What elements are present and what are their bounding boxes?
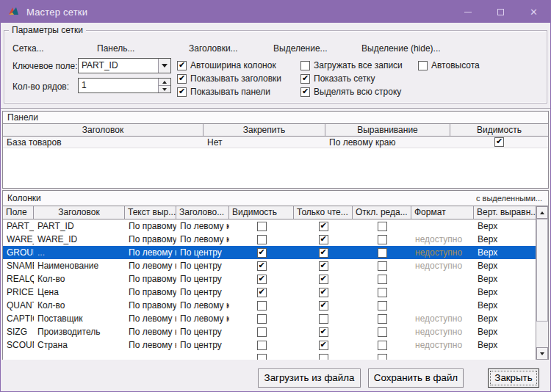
disable-edit-checkbox[interactable] [378,235,387,244]
panels-header-align[interactable]: Выравнивание [325,124,450,136]
visibility-checkbox[interactable] [257,248,267,258]
checkbox-show-panels[interactable]: Показывать панели [177,87,270,97]
readonly-checkbox[interactable] [319,341,328,350]
col-header-disable-edit[interactable]: Откл. реда... [353,206,411,219]
visibility-checkbox[interactable] [257,288,267,297]
checkbox-box[interactable] [418,61,428,70]
table-row[interactable]: WARE_ID WARE_ID По правому к По левому к… [3,233,537,246]
checkbox-box[interactable] [300,74,310,84]
checkbox-load-all-records[interactable]: Загружать все записи [300,60,403,70]
readonly-checkbox[interactable] [319,288,328,297]
with-selected-link[interactable]: с выделенными... [476,194,542,203]
link-selection-hide[interactable]: Выделение (hide)... [361,43,441,54]
visibility-checkbox[interactable] [257,261,267,271]
key-field-combobox[interactable]: PART_ID [78,58,171,73]
disable-edit-checkbox[interactable] [378,288,387,297]
readonly-checkbox[interactable] [319,275,328,284]
save-to-file-button[interactable]: Сохранить в файл [368,369,464,388]
checkbox-auto-height[interactable]: Автовысота [418,60,480,70]
visibility-checkbox[interactable] [257,327,267,337]
disable-edit-checkbox[interactable] [378,314,387,324]
table-row[interactable]: CAPTION Поставщик По левому кр По левому… [3,312,537,325]
scroll-up-button[interactable] [536,206,548,219]
readonly-checkbox[interactable] [319,301,328,311]
maximize-button[interactable] [484,1,517,23]
col-header-field[interactable]: Поле [3,206,34,219]
readonly-checkbox[interactable] [319,354,328,360]
panel-pin: Нет [204,137,325,148]
table-row[interactable]: SCOUNTRY Страна По левому кр По центру н… [3,338,537,352]
col-header-caption[interactable]: Заголовок [34,206,125,219]
dialog-content: Параметры сетки Сетка... Панель... Загол… [1,23,550,392]
disable-edit-checkbox[interactable] [378,222,387,231]
checkbox-box[interactable] [177,74,187,84]
col-header-readonly[interactable]: Только чте... [294,206,353,219]
col-header-vert-align[interactable]: Верт. выравн... [474,206,537,219]
checkbox-highlight-full-row[interactable]: Выделять всю строку [300,87,401,97]
disable-edit-checkbox[interactable] [378,248,387,258]
vertical-scrollbar[interactable] [536,206,548,360]
visibility-checkbox[interactable] [257,275,267,284]
readonly-checkbox[interactable] [319,248,328,258]
scroll-down-button[interactable] [536,347,548,360]
panels-header-caption[interactable]: Заголовок [3,124,204,136]
col-header-format[interactable]: Формат [411,206,474,219]
link-panel[interactable]: Панель... [97,43,134,54]
checkbox-auto-col-width[interactable]: Автоширина колонок [177,60,276,70]
visibility-checkbox[interactable] [257,235,267,244]
disable-edit-checkbox[interactable] [378,341,387,350]
row-count-stepper[interactable]: 1 [78,78,171,93]
visibility-checkbox[interactable] [257,314,267,324]
disable-edit-checkbox[interactable] [378,327,387,337]
table-row-selected[interactable]: GROUPS ... По левому кр По центру недост… [3,246,537,259]
arrow-up-icon [540,211,544,214]
panels-header-pin[interactable]: Закрепить [204,124,325,136]
panel-visibility-checkbox[interactable] [494,137,504,147]
link-headers[interactable]: Заголовки... [189,43,238,54]
panels-table-row[interactable]: База товаров Нет По левому краю [3,137,548,148]
col-header-text-align[interactable]: Текст выр... [125,206,176,219]
disable-edit-checkbox[interactable] [378,301,387,311]
load-from-file-button[interactable]: Загрузить из файла [258,369,361,388]
link-grid[interactable]: Сетка... [12,43,44,54]
close-button[interactable]: ✕ [517,1,550,23]
table-row[interactable]: PRICE Цена По правому к По центру Верх [3,286,537,299]
checkbox-show-grid[interactable]: Показать сетку [300,73,375,84]
table-row-partial[interactable] [3,352,537,360]
visibility-checkbox[interactable] [257,354,267,360]
readonly-checkbox[interactable] [319,261,328,271]
checkbox-show-headers[interactable]: Показывать заголовки [177,73,281,84]
readonly-checkbox[interactable] [319,222,328,231]
table-row[interactable]: REALQUAN Кол-во По правому к По центру В… [3,272,537,286]
scrollbar-thumb[interactable] [536,219,548,322]
panel-caption: База товаров [3,137,204,148]
row-count-label: Кол-во рядов: [12,81,69,92]
col-header-visibility[interactable]: Видимость [229,206,294,219]
checkbox-box[interactable] [300,87,310,97]
checkbox-box[interactable] [300,61,310,70]
disable-edit-checkbox[interactable] [378,354,387,360]
spin-down-button[interactable] [159,85,170,92]
disable-edit-checkbox[interactable] [378,261,387,271]
grid-params-groupbox: Параметры сетки Сетка... Панель... Загол… [4,30,547,104]
visibility-checkbox[interactable] [257,341,267,350]
link-selection[interactable]: Выделение... [273,43,328,54]
table-row[interactable]: SNAME Наименование По левому кр По центр… [3,259,537,272]
minimize-button[interactable] [451,1,484,23]
visibility-checkbox[interactable] [257,301,267,311]
readonly-checkbox[interactable] [319,327,328,337]
combobox-dropdown-button[interactable] [158,59,170,73]
close-dialog-button[interactable]: Закрыть [488,369,539,388]
checkbox-box[interactable] [177,61,187,70]
disable-edit-checkbox[interactable] [378,275,387,284]
readonly-checkbox[interactable] [319,235,328,244]
col-header-header-align[interactable]: Заголово... [176,206,229,219]
visibility-checkbox[interactable] [257,222,267,231]
table-row[interactable]: PART_ID PART_ID По правому к По левому к… [3,219,537,233]
spin-up-button[interactable] [159,79,170,85]
checkbox-box[interactable] [177,87,187,97]
panels-header-visibility[interactable]: Видимость [450,124,548,136]
table-row[interactable]: QUANT Кол-во По правому к По левому к Ве… [3,299,537,312]
readonly-checkbox[interactable] [319,314,328,324]
table-row[interactable]: SIZG Производитель По левому кр По центр… [3,325,537,338]
